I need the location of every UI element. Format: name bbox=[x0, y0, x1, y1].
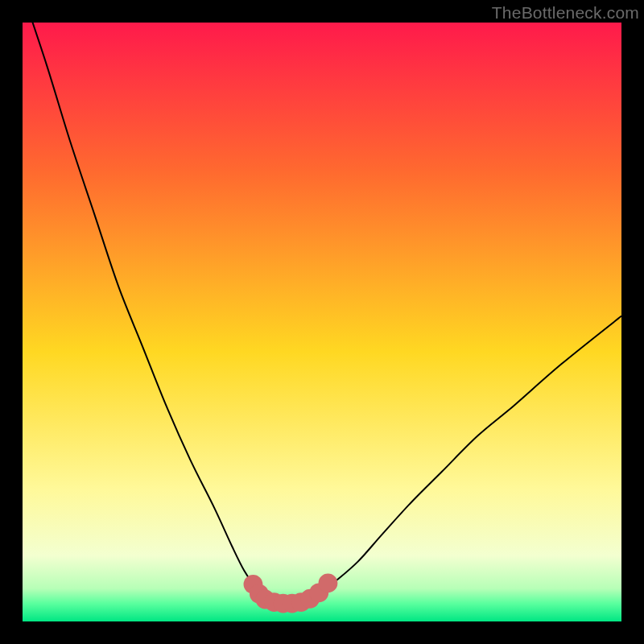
chart-svg bbox=[23, 23, 621, 621]
outer-frame: TheBottleneck.com bbox=[0, 0, 644, 644]
gradient-background bbox=[23, 23, 621, 621]
watermark-text: TheBottleneck.com bbox=[492, 3, 639, 23]
plot-area bbox=[23, 23, 621, 621]
valley-highlight-point bbox=[319, 573, 338, 592]
